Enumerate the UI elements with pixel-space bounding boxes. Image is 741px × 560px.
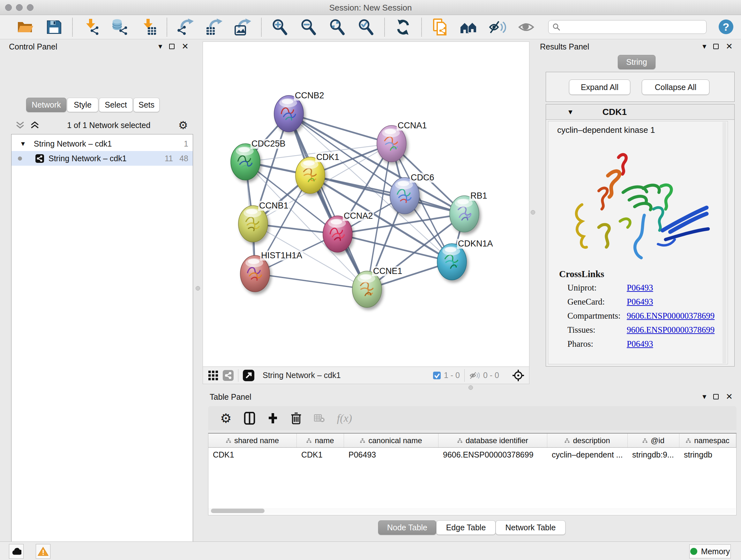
network-node-CCNB2[interactable] xyxy=(274,96,304,132)
tab-string[interactable]: String xyxy=(618,55,656,69)
column-header-database-identifier[interactable]: database identifier xyxy=(439,434,547,447)
export-image-icon[interactable] xyxy=(233,18,252,37)
import-table-icon[interactable] xyxy=(139,18,158,37)
edge-CCNE1-HIST1H1A[interactable] xyxy=(255,273,367,289)
tab-sets[interactable]: Sets xyxy=(133,98,159,112)
table-panel-maximize-icon[interactable] xyxy=(713,394,719,399)
memory-button[interactable]: Memory xyxy=(689,544,731,558)
network-node-CDKN1A[interactable] xyxy=(437,244,467,280)
import-network-database-icon[interactable] xyxy=(111,18,129,37)
column-header-name[interactable]: name xyxy=(297,434,344,447)
clone-network-icon[interactable] xyxy=(431,18,449,37)
hide-panels-icon[interactable] xyxy=(488,18,507,37)
results-scrollbar[interactable] xyxy=(723,122,726,363)
crosslink-value-link[interactable]: 9606.ENSP00000378699 xyxy=(627,325,715,335)
results-panel-float-icon[interactable]: ▾ xyxy=(702,43,706,50)
help-icon[interactable]: ? xyxy=(719,19,733,34)
expand-all-button[interactable]: Expand All xyxy=(569,79,630,95)
tab-node-table[interactable]: Node Table xyxy=(378,520,436,535)
network-view-share-icon[interactable] xyxy=(223,370,233,381)
tab-network[interactable]: Network xyxy=(26,98,66,112)
grid-view-icon[interactable] xyxy=(208,370,218,381)
string-home-icon[interactable] xyxy=(460,18,478,37)
control-panel-maximize-icon[interactable] xyxy=(169,44,175,49)
network-node-CCNA1[interactable] xyxy=(377,125,406,162)
network-node-HIST1H1A[interactable] xyxy=(240,255,270,292)
warnings-button[interactable] xyxy=(36,544,51,559)
table-row[interactable]: CDK1CDK1P064939606.ENSP00000378699cyclin… xyxy=(208,448,736,462)
column-header-shared-name[interactable]: shared name xyxy=(208,434,297,447)
show-columns-icon[interactable] xyxy=(244,412,255,425)
table-horizontal-scrollbar[interactable] xyxy=(208,508,736,514)
export-network-icon[interactable] xyxy=(176,18,195,37)
node-label-CCNE1: CCNE1 xyxy=(372,266,403,276)
open-session-icon[interactable] xyxy=(16,18,35,37)
toolbar-separator xyxy=(261,18,262,37)
export-table-icon[interactable] xyxy=(205,18,223,37)
crosslink-value-link[interactable]: P06493 xyxy=(627,297,653,307)
collapse-all-tree-icon[interactable] xyxy=(16,121,24,130)
network-row-selected[interactable]: String Network – cdk1 11 48 xyxy=(11,151,193,166)
network-collection-row[interactable]: ▼ String Network – cdk1 1 xyxy=(11,136,193,151)
column-header-namespac[interactable]: namespac xyxy=(679,434,736,447)
zoom-in-icon[interactable] xyxy=(271,18,289,37)
search-input[interactable] xyxy=(548,20,706,34)
network-label: String Network – cdk1 xyxy=(49,154,158,163)
left-splitter-handle[interactable] xyxy=(196,286,200,291)
crosslink-value-link[interactable]: P06493 xyxy=(627,283,653,293)
save-session-icon[interactable] xyxy=(45,18,63,37)
tab-edge-table[interactable]: Edge Table xyxy=(436,520,495,535)
network-canvas[interactable]: CCNB2CCNA1CDC25BCDK1CDC6RB1CCNB1CCNA2CDK… xyxy=(203,42,529,384)
column-header-description[interactable]: description xyxy=(547,434,628,447)
fit-crosshair-icon[interactable] xyxy=(512,369,525,382)
network-options-gear-icon[interactable]: ⚙ xyxy=(179,119,188,132)
edge-CCNB2-CCNE1[interactable] xyxy=(289,114,367,289)
crosslink-value-link[interactable]: P06493 xyxy=(627,339,653,349)
control-panel-close-icon[interactable]: ✕ xyxy=(182,42,189,51)
network-node-RB1[interactable] xyxy=(450,196,479,232)
zoom-out-icon[interactable] xyxy=(299,18,318,37)
show-eye-icon[interactable] xyxy=(517,18,536,37)
zoom-selected-icon[interactable] xyxy=(357,18,375,37)
collapse-all-button[interactable]: Collapse All xyxy=(642,79,710,95)
network-node-CCNA2[interactable] xyxy=(323,216,352,252)
crosslinks-title: CrossLinks xyxy=(559,269,604,279)
table-gear-icon[interactable]: ⚙ xyxy=(220,411,232,426)
results-panel-maximize-icon[interactable] xyxy=(713,44,719,49)
results-panel-close-icon[interactable]: ✕ xyxy=(726,42,733,51)
node-label-CCNA2: CCNA2 xyxy=(343,211,374,221)
table-cell: cyclin–dependent ... xyxy=(547,450,628,459)
network-node-CDC6[interactable] xyxy=(390,178,419,214)
network-node-CCNE1[interactable] xyxy=(352,271,382,307)
refresh-view-icon[interactable] xyxy=(394,18,412,37)
network-node-CDK1[interactable] xyxy=(295,157,325,193)
column-header-@id[interactable]: @id xyxy=(628,434,679,447)
collection-expander-icon[interactable]: ▼ xyxy=(20,140,26,147)
column-header-canonical-name[interactable]: canonical name xyxy=(344,434,439,447)
table-panel-float-icon[interactable]: ▾ xyxy=(702,393,706,400)
edge-count: 48 xyxy=(173,154,188,163)
crosslink-value-link[interactable]: 9606.ENSP00000378699 xyxy=(627,311,715,321)
edge-CCNB2-CCNA1[interactable] xyxy=(289,114,392,144)
edge-CDK1-RB1[interactable] xyxy=(310,175,464,214)
tab-style[interactable]: Style xyxy=(67,98,98,112)
tab-select[interactable]: Select xyxy=(99,98,133,112)
bottom-splitter-handle[interactable] xyxy=(468,385,473,390)
gene-expander-icon[interactable]: ▼ xyxy=(567,108,574,116)
delete-column-trash-icon[interactable] xyxy=(290,412,302,425)
import-network-file-icon[interactable] xyxy=(82,18,100,37)
selected-nodes-checkbox-icon[interactable] xyxy=(433,372,441,379)
network-graph[interactable] xyxy=(203,42,529,366)
scrollbar-thumb[interactable] xyxy=(211,509,265,513)
detach-view-icon[interactable] xyxy=(243,370,254,381)
control-panel-float-icon[interactable]: ▾ xyxy=(158,43,162,50)
network-node-CCNB1[interactable] xyxy=(239,206,268,242)
add-column-icon[interactable] xyxy=(267,413,278,424)
tab-network-table[interactable]: Network Table xyxy=(495,520,565,535)
network-node-CDC25B[interactable] xyxy=(231,144,260,180)
zoom-fit-content-icon[interactable] xyxy=(328,18,347,37)
expand-all-tree-icon[interactable] xyxy=(30,121,39,130)
hidden-eye-slash-icon[interactable] xyxy=(469,371,480,380)
cloud-button[interactable] xyxy=(9,544,23,559)
table-panel-close-icon[interactable]: ✕ xyxy=(726,392,733,401)
